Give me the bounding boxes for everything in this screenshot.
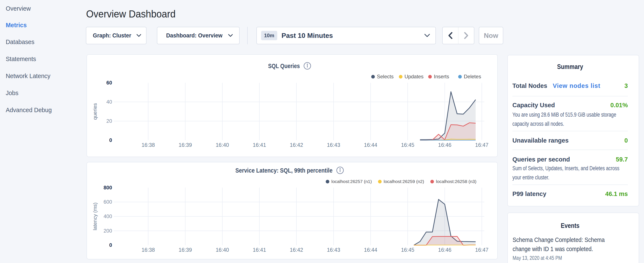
sidebar-item-network-latency[interactable]: Network Latency — [6, 72, 50, 80]
summary-row-label: P99 latency — [512, 190, 546, 197]
dashboard-dropdown[interactable]: Dashboard: Overview — [157, 27, 240, 44]
summary-panel: SummaryTotal NodesView nodes list3Capaci… — [507, 55, 639, 206]
chevron-left-icon — [448, 32, 452, 39]
summary-divider — [512, 96, 628, 96]
summary-divider — [512, 150, 628, 150]
summary-divider — [512, 184, 628, 185]
sidebar-item-metrics[interactable]: Metrics — [6, 22, 27, 29]
sql-queries-plot — [86, 54, 498, 157]
view-nodes-list-link[interactable]: View nodes list — [553, 82, 600, 89]
summary-row-value: 59.7 — [616, 156, 628, 163]
time-forward-button[interactable] — [458, 27, 474, 44]
event-timestamp: May 13, 2020 at 4:45 PM — [512, 255, 562, 261]
summary-row: Total NodesView nodes list3 — [512, 82, 628, 89]
service-latency-chart-card: Service Latency: SQL, 99th percentileloc… — [86, 162, 498, 259]
time-range-badge: 10m — [261, 31, 277, 40]
summary-row-value: 3 — [624, 82, 628, 89]
chevron-down-icon — [136, 34, 141, 37]
dashboard-dropdown-label: Dashboard: Overview — [166, 32, 222, 39]
summary-row-label: Unavailable ranges — [512, 137, 568, 144]
summary-row-value: 0.01% — [610, 102, 628, 109]
time-range-selector[interactable]: 10m Past 10 Minutes — [256, 27, 436, 44]
summary-row: Unavailable ranges0 — [512, 137, 628, 144]
graph-dropdown-label: Graph: Cluster — [93, 32, 131, 39]
service-latency-plot — [86, 162, 498, 259]
summary-row-label: Queries per second — [512, 156, 570, 163]
time-nav-buttons — [442, 27, 474, 44]
toolbar-divider — [247, 27, 248, 44]
chevron-down-icon — [228, 34, 233, 37]
summary-divider — [512, 131, 628, 131]
event-message: Schema Change Completed: Schema change w… — [512, 235, 623, 253]
chevron-down-icon — [424, 34, 430, 37]
summary-row: P99 latency46.1 ms — [512, 190, 628, 197]
summary-row-label: Capacity Used — [512, 102, 555, 109]
summary-row: Capacity Used0.01% — [512, 102, 628, 109]
events-title: Events — [522, 222, 618, 229]
summary-row: Queries per second59.7 — [512, 156, 628, 163]
time-back-button[interactable] — [443, 27, 458, 44]
page-title: Overview Dashboard — [86, 8, 176, 20]
sidebar-item-jobs[interactable]: Jobs — [6, 89, 18, 97]
summary-row-value: 46.1 ms — [605, 190, 628, 197]
sidebar-item-statements[interactable]: Statements — [6, 55, 36, 63]
now-button[interactable]: Now — [479, 27, 503, 44]
sidebar-item-databases[interactable]: Databases — [6, 38, 34, 46]
summary-row-label: Total Nodes — [512, 82, 547, 89]
summary-row-description: You are using 28.6 MiB of 515.9 GiB usab… — [512, 110, 628, 129]
summary-row-value: 0 — [624, 137, 628, 144]
time-range-label: Past 10 Minutes — [282, 32, 333, 40]
graph-dropdown[interactable]: Graph: Cluster — [86, 27, 146, 44]
sidebar-item-advanced-debug[interactable]: Advanced Debug — [6, 106, 52, 114]
sidebar-item-overview[interactable]: Overview — [6, 5, 31, 12]
summary-title: Summary — [522, 63, 618, 71]
chevron-right-icon — [464, 32, 468, 39]
summary-row-description: Sum of Selects, Updates, Inserts, and De… — [512, 164, 628, 182]
events-panel: EventsSchema Change Completed: Schema ch… — [507, 212, 639, 263]
now-button-label: Now — [484, 32, 498, 40]
sql-queries-chart-card: SQL QueriesSelectsUpdatesInsertsDeletes0… — [86, 54, 498, 157]
